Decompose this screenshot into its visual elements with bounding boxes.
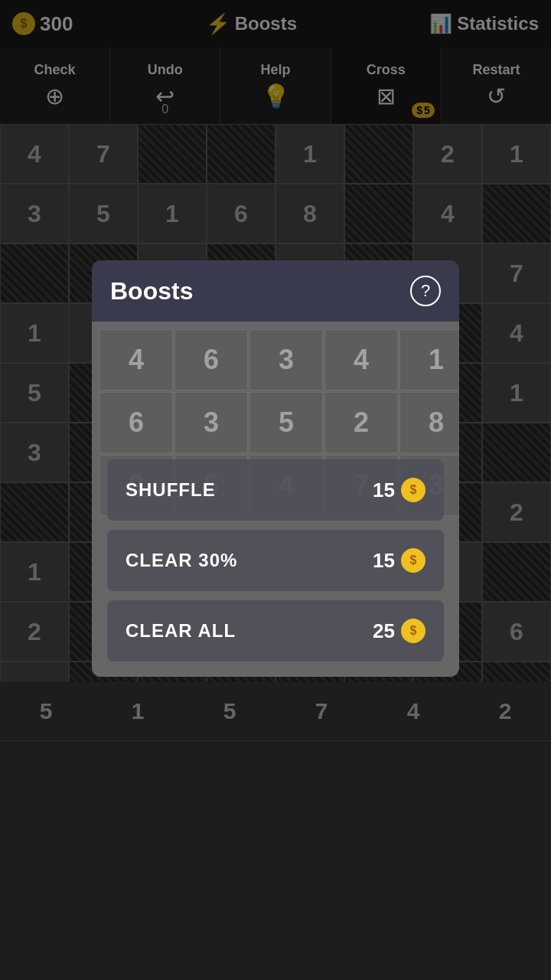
help-info-button[interactable]: ? xyxy=(410,276,441,306)
shuffle-price-amount: 15 xyxy=(373,479,395,502)
clear30-button[interactable]: CLEAR 30% 15 $ xyxy=(107,530,444,591)
clear30-label: CLEAR 30% xyxy=(126,550,237,571)
shuffle-coin-icon: $ xyxy=(401,478,425,502)
boost-options: SHUFFLE 15 $ CLEAR 30% 15 $ CLEAR ALL 25… xyxy=(92,322,459,677)
shuffle-price: 15 $ xyxy=(373,478,425,502)
clear30-price-amount: 15 xyxy=(373,549,395,573)
clearall-price: 25 $ xyxy=(373,619,425,643)
clearall-coin-icon: $ xyxy=(401,619,425,643)
modal-header: Boosts ? xyxy=(92,260,459,322)
shuffle-label: SHUFFLE xyxy=(126,479,216,501)
clearall-price-amount: 25 xyxy=(373,619,395,643)
modal-background: 4 6 3 4 1 6 3 5 2 8 0 5 4 7 3 SHUFFLE 15… xyxy=(92,322,459,677)
modal-title: Boosts xyxy=(110,277,193,305)
clearall-label: CLEAR ALL xyxy=(126,620,236,642)
clearall-button[interactable]: CLEAR ALL 25 $ xyxy=(107,600,444,662)
clear30-coin-icon: $ xyxy=(401,548,425,573)
shuffle-button[interactable]: SHUFFLE 15 $ xyxy=(107,459,444,521)
clear30-price: 15 $ xyxy=(373,548,425,573)
boosts-modal: Boosts ? 4 6 3 4 1 6 3 5 2 8 0 5 4 7 3 S… xyxy=(92,260,459,677)
